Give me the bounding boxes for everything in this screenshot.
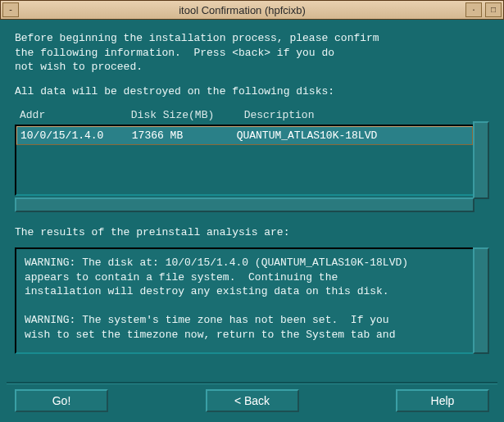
go-button[interactable]: Go! (15, 389, 108, 412)
separator-line (7, 382, 497, 384)
col-size: Disk Size(MB) (131, 108, 238, 123)
col-desc: Description (244, 108, 315, 123)
col-addr: Addr (20, 108, 125, 123)
table-row[interactable]: 10/0/15/1.4.0 17366 MB QUANTUM_ATLAS10K-… (16, 126, 473, 146)
table-horizontal-scrollbar[interactable] (15, 197, 474, 212)
table-vertical-scrollbar[interactable] (473, 121, 489, 199)
cell-desc: QUANTUM_ATLAS10K-18LVD (237, 129, 378, 143)
table-body[interactable]: 10/0/15/1.4.0 17366 MB QUANTUM_ATLAS10K-… (15, 125, 474, 196)
minimize-button[interactable]: · (465, 2, 482, 17)
window-menu-button[interactable]: - (2, 2, 19, 17)
help-button[interactable]: Help (396, 389, 489, 412)
intro-text: Before beginning the installation proces… (15, 31, 489, 75)
results-vertical-scrollbar[interactable] (473, 247, 489, 354)
back-button[interactable]: < Back (206, 389, 299, 412)
window-title: itool Confirmation (hpfcixb) (20, 4, 464, 16)
results-panel: WARNING: The disk at: 10/0/15/1.4.0 (QUA… (15, 247, 489, 354)
maximize-button[interactable]: □ (485, 2, 502, 17)
table-header-row: Addr Disk Size(MB) Description (15, 107, 489, 125)
titlebar: - itool Confirmation (hpfcixb) · □ (0, 0, 504, 20)
results-text[interactable]: WARNING: The disk at: 10/0/15/1.4.0 (QUA… (15, 247, 474, 354)
disk-table: Addr Disk Size(MB) Description 10/0/15/1… (15, 107, 489, 212)
cell-size: 17366 MB (132, 129, 230, 143)
content-area: Before beginning the installation proces… (0, 20, 504, 362)
button-row: Go! < Back Help (15, 389, 489, 412)
results-label: The results of the preinstall analysis a… (15, 225, 489, 240)
confirmation-window: - itool Confirmation (hpfcixb) · □ Befor… (0, 0, 504, 422)
cell-addr: 10/0/15/1.4.0 (20, 129, 125, 143)
destroy-warning: All data will be destroyed on the follow… (15, 84, 489, 99)
